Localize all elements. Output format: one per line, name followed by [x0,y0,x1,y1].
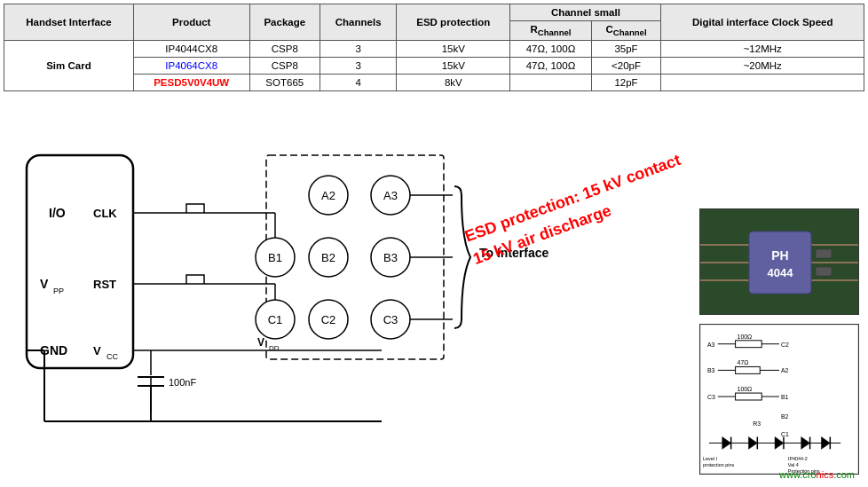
package-2: CSP8 [249,58,320,75]
photo-inner: PH 4044 [700,209,858,314]
schematic-svg: A3 B3 C3 100Ω 47Ω 100Ω C2 A2 B1 B2 C1 [700,325,858,474]
svg-text:Level I: Level I [703,456,717,461]
svg-text:A3: A3 [383,189,398,202]
table-section: Handset Interface Product Package Channe… [4,4,864,91]
esd-3: 8kV [397,75,510,91]
svg-rect-56 [816,249,832,258]
svg-rect-53 [749,232,811,294]
table-row: Sim Card IP4044CX8 CSP8 3 15kV 47Ω, 100Ω… [4,41,864,58]
svg-text:V: V [257,336,264,349]
svg-text:C1: C1 [268,313,283,326]
svg-text:CC: CC [107,352,118,361]
header-channel-small: Channel small [510,4,661,21]
r-channel-2: 47Ω, 100Ω [510,58,591,75]
c-channel-1: 35pF [591,41,661,58]
r-channel-3 [510,75,591,91]
esd-2: 15kV [397,58,510,75]
c-channel-3: 12pF [591,75,661,91]
svg-rect-0 [27,155,133,368]
svg-text:V: V [93,344,101,357]
svg-text:C1: C1 [781,431,789,437]
header-channels: Channels [320,4,397,41]
svg-text:100Ω: 100Ω [738,334,753,340]
svg-text:R3: R3 [753,420,761,427]
chip-photo: PH 4044 [699,208,859,315]
product-ip4044: IP4044CX8 [133,41,249,58]
svg-text:CLK: CLK [93,207,117,220]
svg-text:protection pins: protection pins [703,462,735,467]
clock-3 [661,75,864,91]
channels-1: 3 [320,41,397,58]
r-channel-1: 47Ω, 100Ω [510,41,591,58]
svg-text:A2: A2 [781,367,789,373]
svg-text:C2: C2 [781,342,789,348]
package-3: SOT665 [249,75,320,91]
svg-text:C2: C2 [321,313,336,326]
svg-text:V: V [40,277,49,291]
svg-text:B3: B3 [383,251,398,264]
svg-text:A2: A2 [321,189,335,202]
header-esd: ESD protection [397,4,510,41]
c-channel-2: <20pF [591,58,661,75]
svg-text:C3: C3 [707,394,715,400]
svg-text:B1: B1 [268,251,282,264]
header-handset: Handset Interface [4,4,134,41]
clock-1: ~12MHz [661,41,864,58]
svg-text:B2: B2 [781,413,789,420]
website-text: www.cronics.com [779,469,855,480]
package-1: CSP8 [249,41,320,58]
header-package: Package [249,4,320,41]
svg-text:Val 4: Val 4 [788,462,799,467]
product-pesd: PESD5V0V4UW [133,75,249,91]
svg-text:RST: RST [93,278,116,291]
svg-text:PP: PP [53,287,64,295]
header-clock: Digital interface Clock Speed [661,4,864,41]
header-product: Product [133,4,249,41]
svg-text:B3: B3 [707,367,715,373]
header-c-channel: CChannel [591,21,661,41]
svg-text:B1: B1 [781,394,789,400]
header-r-channel: RChannel [510,21,591,41]
diagram-section: I/O V PP GND CLK RST V CC V DD 100nF [0,102,868,487]
main-table: Handset Interface Product Package Channe… [4,4,864,91]
io-label: I/O [49,206,66,220]
svg-text:100nF: 100nF [169,377,196,388]
svg-text:B2: B2 [321,251,335,264]
channels-2: 3 [320,58,397,75]
table-row: IP4064CX8 CSP8 3 15kV 47Ω, 100Ω <20pF ~2… [4,58,864,75]
svg-text:100Ω: 100Ω [738,386,753,392]
svg-text:IP4044-2: IP4044-2 [788,456,808,461]
svg-text:C3: C3 [383,313,398,326]
svg-text:4044: 4044 [768,266,794,279]
circuit-diagram: I/O V PP GND CLK RST V CC V DD 100nF [0,102,550,483]
clock-2: ~20MHz [661,58,864,75]
sim-card-label: Sim Card [4,41,134,91]
svg-text:47Ω: 47Ω [738,359,749,365]
svg-rect-57 [816,267,832,276]
svg-text:PH: PH [771,248,788,263]
product-ip4064: IP4064CX8 [133,58,249,75]
esd-1: 15kV [397,41,510,58]
svg-rect-58 [700,325,858,474]
svg-text:A3: A3 [707,342,715,348]
schematic-box: A3 B3 C3 100Ω 47Ω 100Ω C2 A2 B1 B2 C1 [699,324,859,475]
table-row: PESD5V0V4UW SOT665 4 8kV 12pF [4,75,864,91]
svg-text:DD: DD [269,344,280,352]
channels-3: 4 [320,75,397,91]
